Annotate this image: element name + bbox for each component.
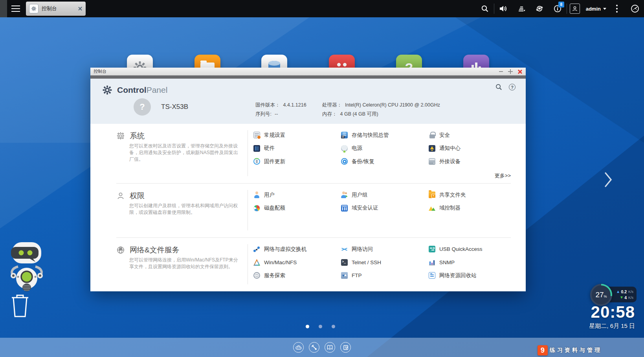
device-model: TS-X53B [161, 103, 188, 111]
cp-item-domain-security[interactable]: 域安全认证 [341, 202, 429, 215]
memory-label: 内存： [322, 111, 337, 117]
user-menu[interactable]: admin [586, 6, 606, 12]
cp-item-general-settings[interactable]: 常规设置 [253, 129, 341, 142]
vertical-dots-icon [616, 4, 618, 13]
window-search-icon[interactable] [495, 83, 503, 91]
section-description: 您可以创建用户及群组，管理本机和网域用户访问权限，或设置磁盘容量使用限制。 [129, 202, 240, 216]
cp-item-storage-snapshots[interactable]: 存储与快照总管 [341, 129, 429, 142]
person-outline-icon [116, 191, 125, 200]
cp-item-network-virtual-switch[interactable]: 网络与虚拟交换机 [253, 243, 341, 256]
tab-close-icon[interactable] [78, 6, 83, 11]
cp-item-external-device[interactable]: 外接设备 [429, 155, 516, 168]
help-icon[interactable] [509, 84, 516, 90]
taskbar-tab-control-panel[interactable]: 控制台 [26, 2, 86, 16]
window-close-button[interactable] [517, 69, 523, 74]
background-tasks-button[interactable] [512, 0, 530, 17]
app-brand: ControlPanel [102, 85, 167, 95]
next-page-chevron[interactable] [604, 171, 613, 188]
service-discovery-icon [253, 272, 260, 279]
item-label: 网络与虚拟交换机 [264, 246, 306, 253]
gear-outline-icon [116, 132, 125, 140]
snmp-icon [429, 259, 435, 266]
dock-book-button[interactable] [325, 342, 335, 353]
dock-tools-button[interactable] [309, 342, 319, 353]
recycle-bin-icon[interactable] [10, 293, 30, 318]
dock-cloud-button[interactable] [293, 342, 304, 353]
notification-badge: 8 [558, 2, 564, 7]
item-label: 服务探索 [264, 272, 285, 279]
desktop-page-dots [306, 325, 335, 328]
globe-icon [116, 246, 125, 254]
desktop-clock: 20:58 [570, 303, 635, 322]
cp-item-network-access[interactable]: 网络访问 [341, 243, 429, 256]
tools-icon [311, 344, 317, 350]
device-info-column: 处理器：Intel(R) Celeron(R) CPU J1900 @ 2.00… [322, 101, 440, 119]
resource-monitor-button[interactable] [626, 0, 644, 17]
cp-item-shared-folders[interactable]: 共享文件夹 [429, 188, 516, 202]
terminal-icon [341, 259, 348, 266]
cp-item-network-recycle-bin[interactable]: 网络资源回收站 [429, 269, 516, 282]
domain-security-icon [341, 205, 348, 212]
cp-item-backup-restore[interactable]: 备份/恢复 [341, 155, 429, 168]
cp-item-notification-center[interactable]: 通知中心 [429, 142, 516, 155]
lock-icon [429, 132, 435, 138]
page-dot-3[interactable] [332, 325, 335, 328]
user-avatar-button[interactable] [567, 0, 583, 17]
cp-item-security[interactable]: 安全 [429, 129, 516, 142]
network-speed-widget[interactable]: 0.2K/s 4K/s [608, 287, 637, 302]
main-menu-button[interactable] [7, 0, 24, 17]
hamburger-icon [11, 6, 20, 7]
cp-item-users[interactable]: 用户 [253, 188, 341, 202]
external-device-sync-button[interactable] [530, 0, 549, 17]
more-link[interactable]: 更多>> [495, 172, 511, 179]
cp-item-hardware[interactable]: 硬件 [253, 142, 341, 155]
firmware-label: 固件版本： [255, 102, 280, 108]
cp-item-snmp[interactable]: SNMP [429, 256, 516, 269]
download-unit: K/s [628, 296, 633, 300]
cp-item-service-discovery[interactable]: 服务探索 [253, 269, 341, 282]
page-dot-1[interactable] [306, 325, 309, 328]
more-options-button[interactable] [608, 0, 626, 17]
cp-item-user-groups[interactable]: 用户组 [341, 188, 429, 202]
robot-mascot [7, 242, 46, 292]
gear-icon [102, 85, 112, 95]
item-label: 域控制器 [439, 204, 461, 212]
memory-value: 4 GB (4 GB 可用) [340, 111, 378, 117]
section-network-file-services: 网络&文件服务 您可以管理网络连接，启用Win/Mac/NFS及FTP来分享文件… [90, 237, 526, 291]
item-label: 外接设备 [439, 158, 461, 165]
search-button[interactable] [476, 0, 494, 17]
gear-icon [29, 4, 39, 13]
watermark-logo: 9 [538, 345, 548, 355]
cloud-icon [295, 345, 302, 350]
general-settings-icon [253, 132, 260, 138]
item-label: 硬件 [264, 145, 275, 152]
section-title: 权限 [130, 191, 145, 201]
usb-quickaccess-icon [429, 246, 435, 252]
section-divider [248, 244, 248, 284]
cp-item-disk-quota[interactable]: 磁盘配额 [253, 202, 341, 215]
cp-item-power[interactable]: 电源 [341, 142, 429, 155]
item-label: 存储与快照总管 [352, 132, 389, 139]
section-title: 系统 [130, 131, 145, 141]
cp-item-telnet-ssh[interactable]: Telnet / SSH [341, 256, 429, 269]
window-maximize-button[interactable] [508, 69, 513, 74]
page-dot-2[interactable] [319, 325, 322, 328]
book-icon [327, 345, 333, 350]
cp-item-ftp[interactable]: FTP [341, 269, 429, 282]
dock-notes-button[interactable] [340, 342, 351, 353]
firmware-update-icon [253, 158, 260, 165]
section-description: 您可以更改时区及语言设置，管理存储空间及外接设备，启用通知及安全防护，或刷新NA… [129, 143, 240, 163]
cp-item-win-mac-nfs[interactable]: Win/Mac/NFS [253, 256, 341, 269]
volume-button[interactable] [494, 0, 512, 17]
cp-item-usb-quickaccess[interactable]: USB QuickAccess [429, 243, 516, 256]
task-stack-icon [517, 5, 526, 13]
notifications-button[interactable]: 8 [549, 0, 567, 17]
cp-item-firmware-update[interactable]: 固件更新 [253, 155, 341, 168]
item-label: 安全 [439, 132, 450, 139]
item-label: Telnet / SSH [352, 259, 381, 265]
username: admin [586, 6, 601, 12]
cp-item-domain-controller[interactable]: 域控制器 [429, 202, 516, 215]
section-privilege: 权限 您可以创建用户及群组，管理本机和网域用户访问权限，或设置磁盘容量使用限制。… [90, 183, 526, 237]
window-titlebar[interactable]: 控制台 [90, 68, 526, 75]
window-minimize-button[interactable] [498, 69, 504, 74]
